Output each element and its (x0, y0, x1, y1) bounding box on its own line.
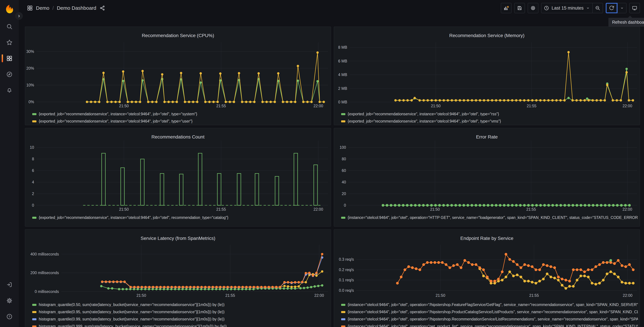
svg-text:22:00: 22:00 (314, 104, 323, 108)
legend-color-chip (32, 120, 36, 122)
svg-text:10%: 10% (26, 83, 34, 87)
sidebar-item-dashboards[interactable] (4, 53, 15, 64)
legend-item[interactable]: {exported_job="recommendationservice", i… (32, 112, 329, 116)
cycle-view-button[interactable] (629, 3, 640, 13)
legend-label: {instance="otelcol:9464", job="otel", op… (348, 303, 638, 307)
legend-item[interactable]: histogram_quantile(0.95, sum(rate(latenc… (32, 310, 329, 314)
sidebar-item-settings[interactable] (4, 295, 15, 306)
svg-text:0%: 0% (28, 100, 34, 104)
svg-text:200 milliseconds: 200 milliseconds (30, 270, 59, 275)
sidebar-nav (4, 21, 15, 101)
legend-label: histogram_quantile(0.999, sum(rate(laten… (39, 324, 227, 327)
panel-recommendation-cpu: Recommendation Service (CPU%) 21:5021:55… (25, 26, 331, 125)
legend-label: {instance="otelcol:9464", job="otel", op… (348, 317, 638, 321)
dashboard-settings-button[interactable] (528, 3, 538, 13)
share-icon[interactable] (100, 5, 106, 11)
svg-text:0 milliseconds: 0 milliseconds (35, 290, 59, 294)
sidebar-item-starred[interactable] (4, 37, 15, 48)
sidebar-expand-button[interactable]: › (15, 12, 23, 20)
legend-item[interactable]: {instance="otelcol:9464", job="otel", op… (341, 303, 638, 307)
legend-color-chip (32, 326, 36, 327)
svg-text:21:50: 21:50 (119, 207, 129, 212)
sidebar-item-sign-in[interactable] (4, 279, 15, 290)
legend-item[interactable]: {exported_job="recommendationservice", i… (341, 119, 638, 123)
svg-text:21:50: 21:50 (136, 293, 146, 298)
sidebar-bottom: ? (4, 279, 15, 322)
sidebar-item-alerting[interactable] (4, 85, 15, 96)
dashboard-grid: Recommendation Service (CPU%) 21:5021:55… (25, 26, 640, 327)
panel-legend: {instance="otelcol:9464", job="otel", op… (341, 303, 638, 327)
breadcrumb-dashboard[interactable]: Demo Dashboard (57, 5, 96, 11)
memory-chart: 21:5021:5522:000 MB2 MB4 MB6 MB8 MB (334, 27, 640, 125)
legend-color-chip (341, 120, 345, 122)
top-nav: Demo / Demo Dashboard (19, 0, 644, 16)
active-indicator (2, 54, 3, 62)
legend-item[interactable]: {instance="otelcol:9464", job="otel", op… (341, 216, 638, 220)
grafana-logo[interactable] (5, 4, 14, 14)
save-dashboard-button[interactable] (514, 3, 525, 13)
svg-text:22:00: 22:00 (622, 104, 632, 108)
refresh-interval-dropdown[interactable] (618, 3, 626, 13)
panel-title[interactable]: Recommendation Service (CPU%) (25, 31, 331, 40)
legend-label: histogram_quantile(0.95, sum(rate(latenc… (39, 310, 224, 314)
legend-label: {exported_job="recommendationservice", i… (39, 216, 228, 220)
legend-item[interactable]: histogram_quantile(0.999, sum(rate(laten… (32, 324, 329, 327)
apps-grid-icon (6, 55, 12, 62)
legend-color-chip (32, 318, 36, 320)
svg-text:400 milliseconds: 400 milliseconds (30, 252, 59, 256)
legend-color-chip (341, 311, 345, 313)
legend-item[interactable]: histogram_quantile(0.50, sum(rate(latenc… (32, 303, 329, 307)
add-panel-button[interactable] (501, 3, 512, 13)
cpu-chart: 21:5021:5522:000%10%20%30% (25, 27, 331, 125)
legend-label: {instance="otelcol:9464", job="otel", op… (348, 216, 638, 220)
panel-error-rate: Error Rate 21:5021:5522:00020406080100 {… (334, 128, 640, 226)
sidebar-item-help[interactable]: ? (4, 311, 15, 322)
svg-text:8 MB: 8 MB (338, 45, 347, 50)
legend-item[interactable]: {instance="otelcol:9464", job="otel", op… (341, 317, 638, 321)
panel-title[interactable]: Error Rate (334, 132, 640, 142)
svg-text:21:55: 21:55 (226, 293, 235, 298)
legend-color-chip (341, 217, 345, 219)
monitor-icon (632, 5, 637, 11)
legend-color-chip (32, 217, 36, 219)
legend-label: histogram_quantile(0.99, sum(rate(latenc… (39, 317, 224, 321)
panel-legend: {exported_job="recommendationservice", i… (32, 112, 329, 125)
bell-icon (6, 87, 12, 94)
svg-text:22:00: 22:00 (314, 207, 323, 212)
svg-text:4: 4 (32, 180, 34, 184)
refresh-tooltip: Refresh dashboard (608, 18, 644, 27)
panel-title[interactable]: Recommendations Count (25, 132, 331, 142)
breadcrumb-folder[interactable]: Demo (36, 5, 49, 11)
svg-text:22:00: 22:00 (623, 293, 632, 298)
svg-text:0: 0 (32, 203, 34, 208)
svg-text:2: 2 (32, 192, 34, 196)
legend-item[interactable]: {exported_job="recommendationservice", i… (341, 112, 638, 116)
legend-item[interactable]: {exported_job="recommendationservice", i… (32, 216, 329, 220)
sidebar-item-explore[interactable] (4, 69, 15, 80)
svg-text:21:55: 21:55 (526, 207, 536, 212)
dashboard-toolbar: Last 15 minutes (501, 3, 640, 13)
legend-label: {exported_job="recommendationservice", i… (39, 112, 197, 116)
legend-item[interactable]: {instance="otelcol:9464", job="otel", op… (341, 324, 638, 327)
legend-item[interactable]: {instance="otelcol:9464", job="otel", op… (341, 310, 638, 314)
svg-text:2 MB: 2 MB (338, 86, 347, 91)
panel-title[interactable]: Endpoint Rate by Service (334, 234, 640, 243)
legend-color-chip (341, 113, 345, 115)
time-range-picker[interactable]: Last 15 minutes (541, 3, 592, 13)
svg-text:20: 20 (342, 192, 346, 196)
svg-text:0: 0 (344, 203, 346, 208)
svg-text:100: 100 (340, 145, 346, 150)
sidebar-item-search[interactable] (4, 21, 15, 32)
search-icon (6, 23, 12, 30)
panel-title[interactable]: Recommendation Service (Memory) (334, 31, 640, 40)
time-range-label: Last 15 minutes (552, 6, 584, 11)
legend-item[interactable]: {exported_job="recommendationservice", i… (32, 119, 329, 123)
legend-item[interactable]: histogram_quantile(0.99, sum(rate(latenc… (32, 317, 329, 321)
svg-text:21:55: 21:55 (529, 293, 539, 298)
legend-label: {instance="otelcol:9464", job="otel", op… (348, 324, 638, 327)
refresh-button[interactable] (606, 3, 618, 13)
clock-icon (544, 5, 549, 11)
svg-text:6 MB: 6 MB (338, 59, 347, 63)
panel-title[interactable]: Service Latency (from SpanMetrics) (25, 234, 331, 243)
zoom-out-button[interactable] (592, 3, 603, 13)
